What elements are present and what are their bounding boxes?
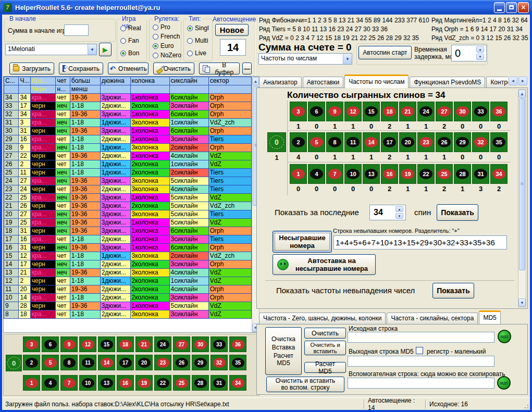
resize-grip[interactable] xyxy=(523,403,529,409)
board-cell-6[interactable]: 6 xyxy=(42,336,59,352)
board-cell-32[interactable]: 32 xyxy=(211,355,228,370)
board-cell-30[interactable]: 30 xyxy=(192,336,209,352)
board-zero-cell[interactable]: 0 xyxy=(6,355,22,371)
show-last-spinner[interactable]: 34 ▲ ▼ xyxy=(369,205,406,220)
titlebar[interactable]: 7 HelperRoullet 5.6- create helperroulle… xyxy=(0,0,532,15)
maximize-button[interactable] xyxy=(506,2,517,13)
md5-source-input[interactable] xyxy=(348,332,494,343)
radio-euro[interactable]: Euro xyxy=(153,42,181,49)
missing-numbers-input[interactable] xyxy=(333,235,507,249)
tab-md5[interactable]: MD5 xyxy=(479,310,500,324)
missing-numbers-button[interactable]: Несыгравшие номера xyxy=(273,231,332,253)
radio-french[interactable]: French xyxy=(153,33,181,40)
start-sum-input[interactable] xyxy=(64,24,89,36)
board-cell-36[interactable]: 36 xyxy=(229,336,246,352)
scrollbar-thumb[interactable] xyxy=(519,98,525,270)
load-button[interactable]: Загрузить xyxy=(9,63,54,74)
tab-автоставки[interactable]: Автоставки xyxy=(303,77,344,88)
chevron-down-icon[interactable]: ▼ xyxy=(88,44,96,55)
collapse-button[interactable]: — xyxy=(242,63,252,74)
md5-clear-paste-button[interactable]: Очистить и вставить xyxy=(304,341,346,355)
board-cell-11[interactable]: 11 xyxy=(79,355,96,370)
spin-up-icon[interactable]: ▲ xyxy=(476,46,484,53)
board-cell-26[interactable]: 26 xyxy=(173,355,190,370)
md5-icon[interactable]: МД5 xyxy=(498,330,511,343)
scroll-up-icon[interactable]: ▲ xyxy=(252,77,259,85)
run-preset-button[interactable]: ▶ xyxy=(99,43,112,56)
md5-clear-button[interactable]: Очистить xyxy=(304,328,346,339)
spin-down-icon[interactable]: ▼ xyxy=(476,54,484,60)
preset-combobox[interactable]: 1Melonati ▼ xyxy=(5,44,97,55)
scroll-up-icon[interactable]: ▲ xyxy=(518,90,526,98)
md5-calc-button[interactable]: Расчет MD5 xyxy=(304,362,346,373)
board-cell-12[interactable]: 12 xyxy=(79,336,96,352)
chevron-down-icon[interactable]: ▼ xyxy=(343,54,352,64)
clear-button[interactable]: Очистить xyxy=(153,63,194,74)
md5-icon[interactable]: МД5 xyxy=(497,376,511,390)
board-cell-16[interactable]: 16 xyxy=(117,375,134,391)
spin-up-icon[interactable]: ▲ xyxy=(395,206,403,212)
register-checkbox[interactable] xyxy=(416,347,423,354)
md5-aux-clear-paste-button[interactable]: Очистить и вставить во вспом. строку xyxy=(266,377,344,392)
board-cell-3[interactable]: 3 xyxy=(23,336,40,352)
minimize-button[interactable] xyxy=(494,2,505,13)
tab-частоты-по-числам[interactable]: Частоты по числам xyxy=(344,74,409,88)
board-cell-14[interactable]: 14 xyxy=(98,355,115,370)
board-cell-29[interactable]: 29 xyxy=(192,355,209,370)
radio-bon[interactable]: Bon xyxy=(120,49,141,57)
autoshift-new-button[interactable]: Новое xyxy=(215,24,249,36)
radio-pro[interactable]: Pro xyxy=(153,23,181,31)
radio-multi[interactable]: Multi xyxy=(187,37,209,44)
board-cell-18[interactable]: 18 xyxy=(117,336,134,352)
spin-down-icon[interactable]: ▼ xyxy=(395,213,403,219)
md5-big-button[interactable]: Очистка Вставка Расчет MD5 xyxy=(265,327,302,375)
autobet-missing-button[interactable]: Автоставка на несыгравшие номера xyxy=(273,254,376,275)
board-cell-22[interactable]: 22 xyxy=(154,375,171,391)
tabs-scroll-left-icon[interactable]: ◄ xyxy=(509,77,517,85)
freq-missing-button[interactable]: Показать xyxy=(432,283,474,298)
board-cell-21[interactable]: 21 xyxy=(135,336,153,352)
md5-aux-input[interactable] xyxy=(348,378,494,389)
board-cell-35[interactable]: 35 xyxy=(229,355,246,370)
save-button[interactable]: Сохранить xyxy=(59,63,103,74)
board-cell-24[interactable]: 24 xyxy=(154,336,171,352)
tab-анализатор[interactable]: Анализатор xyxy=(259,77,302,88)
to-buffer-button[interactable]: В буфер xyxy=(199,63,240,74)
board-cell-4[interactable]: 4 xyxy=(42,375,59,391)
board-cell-15[interactable]: 15 xyxy=(98,336,115,352)
board-cell-33[interactable]: 33 xyxy=(211,336,228,352)
board-cell-19[interactable]: 19 xyxy=(135,375,153,391)
undo-button[interactable]: ↶Отменить xyxy=(108,63,149,74)
show-last-button[interactable]: Показать xyxy=(437,204,478,221)
radio-nozero[interactable]: NoZero xyxy=(153,52,181,59)
board-cell-13[interactable]: 13 xyxy=(98,375,115,391)
mode-combobox[interactable]: Частоты по числам ▼ xyxy=(258,53,352,65)
tab-контроль-банкро[interactable]: Контроль банкро xyxy=(486,77,508,88)
board-cell-25[interactable]: 25 xyxy=(173,375,190,391)
tab-частота-zero-шансы-дюжины-колонки[interactable]: Частота - Zero, шансы, дюжины, колонки xyxy=(259,313,386,324)
board-cell-1[interactable]: 1 xyxy=(23,375,40,391)
radio-fan[interactable]: Fan xyxy=(120,37,141,44)
radio-real[interactable]: Real xyxy=(120,24,141,32)
md5-output-input[interactable] xyxy=(348,356,494,367)
board-cell-31[interactable]: 31 xyxy=(211,375,228,391)
board-cell-8[interactable]: 8 xyxy=(60,355,78,370)
board-cell-9[interactable]: 9 xyxy=(60,336,78,352)
scroll-down-icon[interactable]: ▼ xyxy=(518,298,526,307)
board-cell-2[interactable]: 2 xyxy=(23,355,40,370)
frequency-scrollbar[interactable]: ▲ ▼ xyxy=(518,89,526,307)
board-cell-23[interactable]: 23 xyxy=(154,355,171,370)
board-cell-34[interactable]: 34 xyxy=(229,375,246,391)
tab-частота-сиклайны-сектора[interactable]: Частота - сиклайны, сектора xyxy=(387,313,478,324)
delay-spinner[interactable]: 0 ▲ ▼ xyxy=(451,45,487,61)
radio-live[interactable]: Live xyxy=(187,49,209,57)
tabs-scroll-right-icon[interactable]: ► xyxy=(518,77,527,85)
board-cell-27[interactable]: 27 xyxy=(173,336,190,352)
board-cell-28[interactable]: 28 xyxy=(192,375,209,391)
close-button[interactable]: × xyxy=(518,2,529,13)
board-cell-7[interactable]: 7 xyxy=(60,375,78,391)
board-cell-10[interactable]: 10 xyxy=(79,375,96,391)
autospin-start-button[interactable]: Автоспин старт xyxy=(358,46,412,59)
board-cell-5[interactable]: 5 xyxy=(42,355,59,370)
board-cell-17[interactable]: 17 xyxy=(117,355,134,370)
